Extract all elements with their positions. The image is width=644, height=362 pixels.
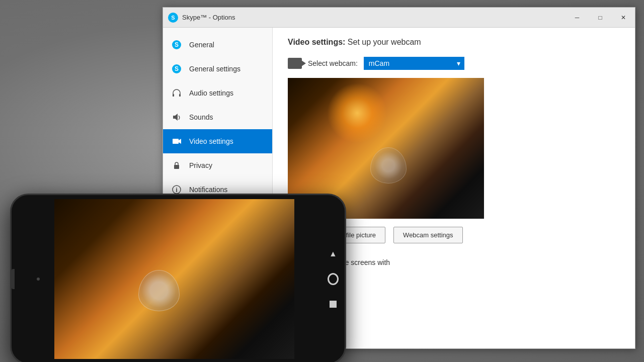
svg-marker-6 [173,114,178,121]
phone-btn-triangle[interactable] [328,248,339,259]
lock-icon [171,160,182,171]
video-icon [171,136,182,147]
webcam-label: Select webcam: [308,59,358,67]
sidebar-label-privacy: Privacy [189,161,212,169]
phone-overlay [10,194,346,362]
skype-icon: S [171,39,182,50]
svg-rect-9 [174,165,179,169]
maximize-button[interactable]: □ [589,8,612,28]
webcam-settings-button[interactable]: Webcam settings [393,227,462,243]
sidebar-item-video-settings[interactable]: Video settings [163,129,272,153]
sidebar-label-sounds: Sounds [189,113,213,121]
svg-text:i: i [176,186,178,194]
phone-controls [328,248,339,310]
minimize-button[interactable]: ─ [566,8,589,28]
svg-rect-4 [173,94,174,97]
svg-rect-7 [173,139,179,144]
sidebar-item-general[interactable]: S General [163,33,272,57]
sidebar-label-audio: Audio settings [189,89,233,97]
svg-text:S: S [175,65,179,72]
sidebar-item-audio-settings[interactable]: Audio settings [163,81,272,105]
phone-side-button [12,269,15,289]
sidebar-item-privacy[interactable]: Privacy [163,153,272,177]
phone-btn-square[interactable] [328,299,339,310]
phone-btn-circle[interactable] [328,274,339,285]
sidebar-item-general-settings[interactable]: S General settings [163,57,272,81]
svg-text:S: S [175,41,179,48]
svg-rect-5 [179,94,181,97]
phone-screen [54,199,294,359]
page-title: Video settings: Set up your webcam [288,38,620,47]
title-bar-controls: ─ □ ✕ [566,8,635,28]
sidebar-label-video: Video settings [189,137,233,145]
skype-logo: S [168,13,178,23]
window-title: Skype™ - Options [182,14,235,21]
title-bar: S Skype™ - Options ─ □ ✕ [163,8,635,28]
sidebar-item-sounds[interactable]: Sounds [163,105,272,129]
headphones-icon [171,87,182,99]
webcam-select[interactable]: mCam Default webcam [364,57,464,70]
sound-icon [171,112,182,123]
webcam-icon [288,58,302,69]
settings-icon: S [171,63,182,74]
phone-camera-dot [37,278,40,281]
webcam-selector-row: Select webcam: mCam Default webcam [288,57,620,70]
close-button[interactable]: ✕ [612,8,635,28]
sidebar-label-general: General [189,41,214,49]
phone-screen-image [54,199,294,359]
title-bar-left: S Skype™ - Options [168,13,235,23]
phone-body [10,194,346,362]
sidebar-label-general-settings: General settings [189,65,240,73]
sidebar-label-notifications: Notifications [189,186,227,194]
page-title-suffix: Set up your webcam [348,38,421,46]
svg-marker-8 [179,139,181,144]
webcam-select-wrapper[interactable]: mCam Default webcam [364,57,464,70]
page-title-prefix: Video settings: [288,38,345,46]
